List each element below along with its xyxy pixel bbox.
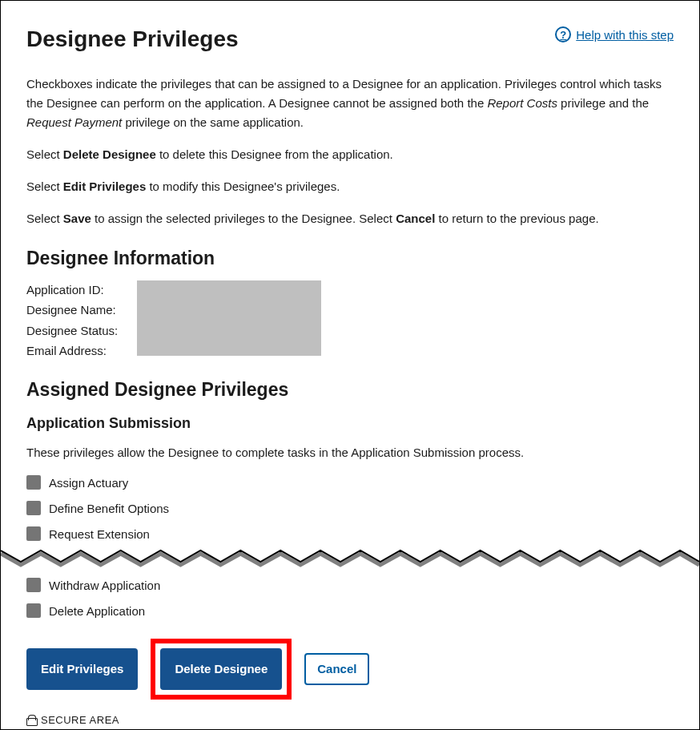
checkbox-request-extension[interactable]: Request Extension [26, 526, 674, 541]
privileges-heading: Assigned Designee Privileges [26, 379, 674, 401]
intro-paragraph-2: Select Delete Designee to delete this De… [26, 145, 674, 164]
page-container: Designee Privileges ? Help with this ste… [0, 0, 700, 730]
header-row: Designee Privileges ? Help with this ste… [26, 26, 674, 52]
intro-paragraph-3: Select Edit Privileges to modify this De… [26, 177, 674, 196]
page-title: Designee Privileges [26, 26, 239, 52]
checkbox-label: Request Extension [49, 527, 150, 541]
edit-privileges-button[interactable]: Edit Privileges [26, 648, 138, 690]
highlight-frame: Delete Designee [151, 639, 292, 700]
delete-designee-button[interactable]: Delete Designee [160, 648, 282, 690]
label-designee-status: Designee Status: [26, 321, 118, 340]
checkbox-label: Assign Actuary [49, 476, 128, 490]
designee-info-block: Application ID: Designee Name: Designee … [26, 280, 674, 360]
help-link-label: Help with this step [576, 28, 674, 42]
help-icon: ? [555, 26, 571, 42]
checkbox-delete-application[interactable]: Delete Application [26, 603, 674, 618]
intro-paragraph-4: Select Save to assign the selected privi… [26, 209, 674, 228]
checkbox-label: Withdraw Application [49, 579, 160, 592]
redacted-info-block [137, 280, 321, 356]
checkbox-withdraw-application[interactable]: Withdraw Application [26, 578, 674, 592]
label-email: Email Address: [26, 341, 118, 360]
secure-area-label: SECURE AREA [41, 714, 119, 726]
button-row: Edit Privileges Delete Designee Cancel [26, 639, 674, 700]
checkbox-label: Define Benefit Options [49, 502, 169, 515]
label-app-id: Application ID: [26, 280, 118, 299]
intro-paragraph-1: Checkboxes indicate the privileges that … [26, 75, 674, 132]
application-submission-desc: These privileges allow the Designee to c… [26, 443, 674, 462]
label-designee-name: Designee Name: [26, 300, 118, 319]
secure-area: SECURE AREA [26, 714, 674, 726]
checkbox-icon [26, 475, 41, 490]
designee-info-heading: Designee Information [26, 248, 674, 269]
checkbox-define-benefit[interactable]: Define Benefit Options [26, 501, 674, 515]
checkbox-icon [26, 578, 41, 592]
checkbox-icon [26, 603, 41, 618]
checkbox-icon [26, 501, 41, 515]
checkbox-icon [26, 526, 41, 541]
checkbox-assign-actuary[interactable]: Assign Actuary [26, 475, 674, 490]
application-submission-heading: Application Submission [26, 415, 674, 432]
help-link[interactable]: ? Help with this step [555, 26, 674, 42]
truncation-zigzag-icon [1, 547, 699, 571]
info-labels: Application ID: Designee Name: Designee … [26, 280, 118, 360]
checkbox-label: Delete Application [49, 604, 145, 618]
cancel-button[interactable]: Cancel [304, 653, 369, 685]
lock-icon [26, 715, 36, 726]
